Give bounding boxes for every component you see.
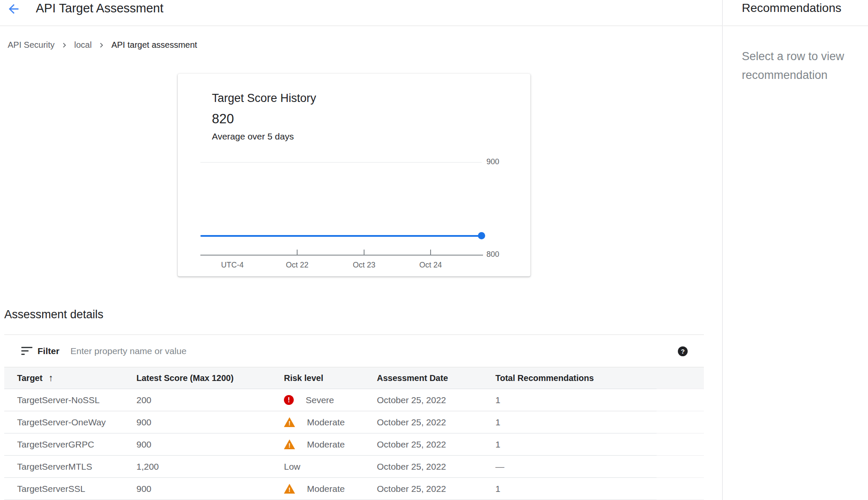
table-row[interactable]: TargetServerSSL 900 Moderate October 25,… [4, 478, 704, 500]
table-row[interactable]: TargetServer-NoSSL 200 Severe October 25… [4, 389, 704, 411]
y-tick-label-800: 800 [486, 250, 499, 259]
cell-assessment-date: October 25, 2022 [377, 462, 495, 472]
column-header-assessment-date[interactable]: Assessment Date [377, 373, 495, 383]
x-axis-tick [364, 250, 365, 255]
cell-target: TargetServerMTLS [17, 462, 136, 472]
cell-risk-level: Moderate [284, 417, 377, 427]
back-arrow-icon [6, 11, 21, 17]
page-header: API Target Assessment [0, 0, 722, 26]
cell-total-recommendations: 1 [495, 484, 704, 494]
cell-score: 1,200 [136, 462, 284, 472]
cell-total-recommendations: 1 [495, 395, 704, 405]
score-series-line [200, 235, 481, 237]
cell-risk-level: Severe [284, 395, 377, 405]
recommendations-panel-title: Recommendations [742, 1, 841, 15]
assessment-details-block: Filter ? Target Latest Score (Max 1200) … [4, 334, 704, 500]
x-axis-line [200, 255, 483, 256]
cell-assessment-date: October 25, 2022 [377, 484, 495, 494]
chart-average-value: 820 [212, 111, 234, 127]
moderate-risk-icon [284, 439, 295, 449]
recommendations-panel: Recommendations Select a row to view rec… [723, 0, 868, 500]
x-axis-timezone-label: UTC-4 [221, 261, 244, 270]
sort-ascending-icon [49, 372, 53, 384]
moderate-risk-icon [284, 417, 295, 427]
column-header-target[interactable]: Target [17, 372, 136, 384]
chevron-right-icon [60, 41, 69, 50]
x-tick-label-oct23: Oct 23 [353, 261, 375, 270]
cell-target: TargetServer-OneWay [17, 417, 136, 427]
cell-risk-level: Moderate [284, 484, 377, 494]
cell-target: TargetServerGRPC [17, 439, 136, 450]
score-series-endpoint-dot [478, 232, 485, 239]
chart-subtitle: Average over 5 days [212, 131, 294, 142]
cell-score: 900 [136, 417, 284, 427]
x-axis-tick [297, 250, 298, 255]
cell-total-recommendations: 1 [495, 417, 704, 427]
filter-label: Filter [38, 346, 59, 356]
main-area: API Target Assessment API Security local… [0, 0, 723, 500]
column-header-risk-level[interactable]: Risk level [284, 373, 377, 383]
recommendations-panel-header: Recommendations [723, 0, 868, 26]
assessment-details-heading: Assessment details [4, 308, 104, 321]
breadcrumb: API Security local API target assessment [8, 40, 197, 50]
cell-score: 900 [136, 484, 284, 494]
cell-risk-level: Low [284, 462, 377, 472]
recommendations-empty-message: Select a row to view recommendation [742, 47, 860, 84]
table-row[interactable]: TargetServerMTLS 1,200 Low October 25, 2… [4, 456, 704, 478]
breadcrumb-current: API target assessment [111, 40, 197, 50]
severe-risk-icon [284, 395, 294, 405]
moderate-risk-icon [284, 484, 295, 494]
column-header-latest-score[interactable]: Latest Score (Max 1200) [136, 373, 284, 383]
cell-risk-level: Moderate [284, 439, 377, 450]
cell-target: TargetServerSSL [17, 484, 136, 494]
gridline-900 [200, 162, 482, 163]
x-axis-tick [430, 250, 431, 255]
cell-assessment-date: October 25, 2022 [377, 417, 495, 427]
chevron-right-icon [97, 41, 106, 50]
table-row[interactable]: TargetServerGRPC 900 Moderate October 25… [4, 433, 704, 456]
cell-target: TargetServer-NoSSL [17, 395, 136, 405]
help-icon[interactable]: ? [678, 346, 688, 356]
chart-title: Target Score History [212, 92, 316, 105]
table-header-row: Target Latest Score (Max 1200) Risk leve… [4, 367, 704, 389]
target-score-history-card: Target Score History 820 Average over 5 … [178, 74, 530, 276]
breadcrumb-local[interactable]: local [74, 40, 92, 50]
x-tick-label-oct24: Oct 24 [419, 261, 442, 270]
cell-score: 900 [136, 439, 284, 450]
column-header-total-recommendations[interactable]: Total Recommendations [495, 373, 704, 383]
breadcrumb-api-security[interactable]: API Security [8, 40, 55, 50]
filter-toolbar: Filter ? [4, 334, 704, 367]
cell-total-recommendations: — [495, 462, 704, 472]
back-button[interactable] [5, 1, 22, 18]
x-tick-label-oct22: Oct 22 [286, 261, 308, 270]
filter-icon [21, 347, 32, 355]
table-row[interactable]: TargetServer-OneWay 900 Moderate October… [4, 411, 704, 433]
cell-total-recommendations: 1 [495, 439, 704, 450]
cell-assessment-date: October 25, 2022 [377, 439, 495, 450]
cell-score: 200 [136, 395, 284, 405]
y-tick-label-900: 900 [486, 157, 499, 166]
page-title: API Target Assessment [36, 1, 163, 15]
filter-input[interactable] [70, 346, 704, 356]
cell-assessment-date: October 25, 2022 [377, 395, 495, 405]
